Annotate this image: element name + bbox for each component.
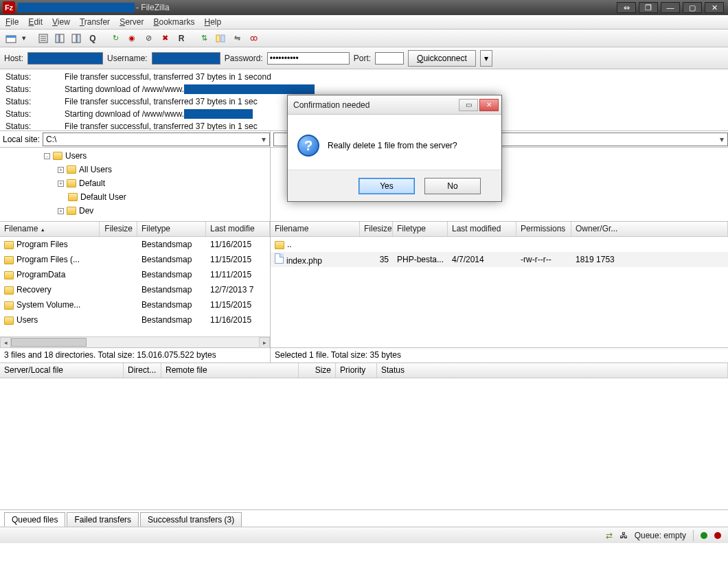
toolbar-dropdown-icon[interactable]: ▾ [21,32,27,45]
scrollbar[interactable] [0,219,270,221]
transfer-icon: ⇄ [606,531,613,540]
col-priority[interactable]: Priority [336,363,377,378]
tab-successful[interactable]: Successful transfers (3) [140,512,242,527]
remote-strip: Selected 1 file. Total size: 35 bytes [271,348,728,363]
tab-failed[interactable]: Failed transfers [67,512,139,527]
list-row[interactable]: System Volume...Bestandsmap11/15/2015 [0,297,270,312]
svg-rect-1 [6,36,16,38]
tree-node[interactable]: +All Users [3,163,267,176]
list-status-strips: 3 files and 18 directories. Total size: … [0,348,728,363]
col-direction[interactable]: Direct... [124,363,161,378]
col-filetype[interactable]: Filetype [137,222,206,236]
list-row[interactable]: .. [271,237,728,252]
menu-edit[interactable]: Edit [28,17,43,27]
list-row[interactable]: index.php35PHP-besta...4/7/2014-rw-r--r-… [271,252,728,267]
toggle-local-tree-icon[interactable] [53,32,67,45]
app-logo-icon: Fz [3,1,15,14]
menu-file[interactable]: FFileile [5,17,19,27]
menu-help[interactable]: Help [205,17,222,27]
yes-button[interactable]: Yes [359,178,415,194]
dialog-help-icon[interactable]: ▭ [459,99,478,111]
local-list: Filename ▲ Filesize Filetype Last modifi… [0,222,271,347]
network-icon: 🖧 [619,531,628,540]
process-queue-icon[interactable]: ◉ [125,32,139,45]
tree-node[interactable]: Default User [3,190,267,204]
dialog-title: Confirmation needed [293,100,369,110]
col-owner[interactable]: Owner/Gr... [571,222,728,236]
col-size[interactable]: Size [299,363,336,378]
col-remote-file[interactable]: Remote file [161,363,299,378]
list-row[interactable]: ProgramDataBestandsmap11/11/2015 [0,267,270,282]
window-maximize-icon[interactable]: ▢ [683,2,702,13]
port-input[interactable] [375,52,404,65]
window-close-icon[interactable]: ✕ [705,2,724,13]
menu-server[interactable]: Server [120,17,144,27]
menu-bookmarks[interactable]: Bookmarks [153,17,194,27]
window-minimize-icon[interactable]: — [661,2,680,13]
host-label: Host: [4,54,23,63]
menu-view[interactable]: View [52,17,70,27]
port-label: Port: [354,54,371,63]
window-left-right-icon[interactable]: ⇔ [617,2,636,13]
col-server-local[interactable]: Server/Local file [0,363,124,378]
col-filetype[interactable]: Filetype [393,222,448,236]
refresh-icon[interactable]: ↻ [109,32,122,45]
folder-icon [53,152,62,160]
local-hscroll[interactable]: ◂▸ [0,336,270,347]
cancel-icon[interactable]: ⊘ [141,32,155,45]
status-line: Starting download of /www/www. [65,84,315,95]
username-label: Username: [107,54,148,63]
tree-node[interactable]: -Users [3,149,267,163]
file-lists: Filename ▲ Filesize Filetype Last modifi… [0,222,728,348]
username-input[interactable] [152,52,220,65]
local-site-label: Local site: [3,135,40,144]
title-host-redacted [18,3,135,12]
menu-transfer[interactable]: Transfer [80,17,110,27]
password-input[interactable] [267,52,350,65]
list-row[interactable]: Program Files (...Bestandsmap11/15/2015 [0,252,270,267]
toggle-log-icon[interactable] [36,32,50,45]
tab-queued[interactable]: Queued files [4,512,65,527]
no-button[interactable]: No [424,178,481,194]
status-bar: ⇄ 🖧 Queue: empty [0,527,728,543]
col-filename[interactable]: Filename ▲ [0,222,100,236]
quickconnect-dropdown-icon[interactable]: ▾ [480,50,492,67]
quickconnect-button[interactable]: Quickconnect [408,50,476,67]
list-row[interactable]: RecoveryBestandsmap12/7/2013 7 [0,282,270,297]
tree-node[interactable]: +Dev [3,204,267,218]
tree-label: Users [65,151,87,161]
col-filename[interactable]: Filename [271,222,360,236]
status-line: File transfer successful, transferred 37… [65,72,271,82]
local-tree[interactable]: -Users+All Users+DefaultDefault User+Dev [0,148,271,221]
local-strip: 3 files and 18 directories. Total size: … [0,348,271,363]
toggle-remote-tree-icon[interactable] [69,32,83,45]
window-restore-icon[interactable]: ❐ [639,2,658,13]
col-filesize[interactable]: Filesize [100,222,137,236]
filter-icon[interactable]: ⇅ [197,32,211,45]
site-manager-icon[interactable] [4,32,18,45]
queue-header: Server/Local file Direct... Remote file … [0,363,728,378]
question-icon: ? [297,135,319,157]
compare-icon[interactable] [214,32,227,45]
local-site-combo[interactable]: C:\▾ [43,133,270,146]
sync-browse-icon[interactable]: ⇋ [230,32,244,45]
col-status[interactable]: Status [377,363,728,378]
dialog-close-icon[interactable]: ✕ [479,99,499,111]
col-lastmod[interactable]: Last modifie [206,222,270,236]
svg-rect-6 [56,34,59,43]
list-row[interactable]: Program FilesBestandsmap11/16/2015 [0,237,270,252]
reconnect-icon[interactable]: R [174,32,188,45]
dialog-message: Really delete 1 file from the server? [328,141,457,150]
tree-label: Dev [79,206,93,216]
tree-node[interactable]: +Default [3,176,267,190]
queue-body[interactable] [0,378,728,510]
search-icon[interactable]: ꚙ [247,32,260,45]
list-row[interactable]: UsersBestandsmap11/16/2015 [0,312,270,328]
disconnect-icon[interactable]: ✖ [158,32,172,45]
toolbar: ▾ Q ↻ ◉ ⊘ ✖ R ⇅ ⇋ ꚙ [0,30,728,47]
col-filesize[interactable]: Filesize [360,222,393,236]
host-input[interactable] [27,52,103,65]
col-lastmod[interactable]: Last modified [448,222,516,236]
col-perm[interactable]: Permissions [516,222,571,236]
toggle-queue-icon[interactable]: Q [86,32,100,45]
